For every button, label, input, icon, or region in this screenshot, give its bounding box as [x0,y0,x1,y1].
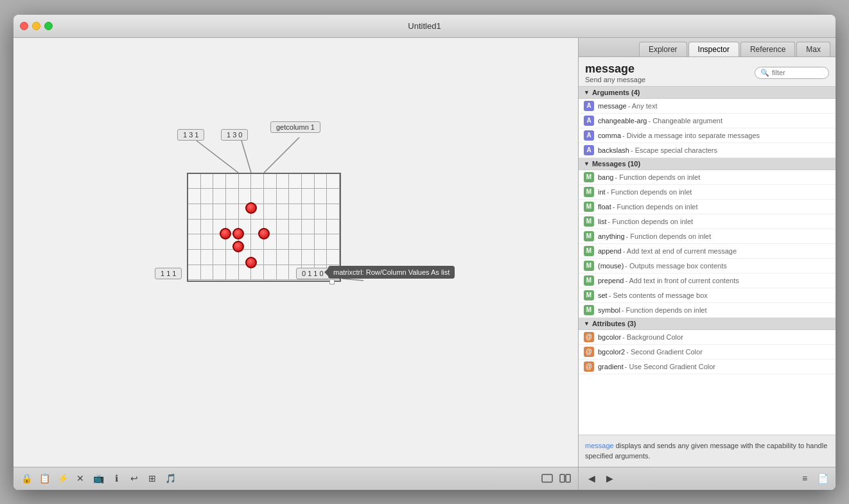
ref-item-name: prepend [598,277,624,284]
single-pane-icon[interactable] [539,471,555,486]
grid-cell [315,250,328,265]
grid-cell [277,204,290,220]
lock-icon[interactable]: 🔒 [19,471,34,486]
ref-item[interactable]: M append - Add text at end of current me… [579,244,836,259]
doc-icon[interactable]: 📄 [815,471,830,486]
grid-cell [315,189,328,204]
section-header-attributes[interactable]: ▼ Attributes (3) [579,318,836,330]
grid-cell [327,220,340,235]
node-111[interactable]: 1 1 1 [155,268,182,279]
section-header-arguments[interactable]: ▼ Arguments (4) [579,87,836,99]
tab-explorer[interactable]: Explorer [639,42,687,56]
ref-item[interactable]: M set - Sets contents of message box [579,288,836,303]
window-title: Untitled1 [408,21,441,31]
ref-item-desc: - Function depends on inlet [613,203,698,211]
copy-icon[interactable]: 📋 [37,471,52,486]
ref-item-desc: - Any text [628,102,658,110]
ref-badge: M [584,187,594,197]
ref-item[interactable]: A comma - Divide a message into separate… [579,128,836,143]
ref-item[interactable]: M bang - Function depends on inlet [579,170,836,185]
tab-reference[interactable]: Reference [740,42,795,56]
maximize-button[interactable] [44,22,53,30]
grid-cell [289,234,302,250]
grid-cell [226,250,239,265]
ref-item[interactable]: A changeable-arg - Changeable argument [579,114,836,128]
ref-item[interactable]: M list - Function depends on inlet [579,214,836,229]
svg-line-3 [342,279,363,281]
node-getcolumn[interactable]: getcolumn 1 [270,121,320,133]
grid-cell [277,174,290,189]
split-pane-icon[interactable] [557,471,573,486]
info-icon[interactable]: ℹ [109,471,124,486]
prev-icon[interactable]: ◀ [584,471,599,486]
ref-item-name: bang [598,173,613,181]
ref-item[interactable]: M symbol - Function depends on inlet [579,303,836,318]
grid-icon[interactable]: ⊞ [144,471,160,486]
ref-item[interactable]: M prepend - Add text in front of current… [579,274,836,288]
grid-cell [289,204,302,220]
grid-cell [213,265,226,281]
grid-cell [277,250,290,265]
ref-item[interactable]: @ bgcolor2 - Second Gradient Color [579,345,836,360]
node-130[interactable]: 1 3 0 [221,129,248,141]
ref-item[interactable]: @ bgcolor - Background Color [579,330,836,345]
ref-item[interactable]: M (mouse) - Outputs message box contents [579,259,836,274]
panel-subtitle: Send any message [585,76,645,83]
matrix-dot-2 [220,228,231,239]
filter-input-wrap[interactable]: 🔍 [755,67,829,79]
ref-item[interactable]: M float - Function depends on inlet [579,200,836,214]
svg-rect-6 [566,474,570,482]
ref-item-name: symbol [598,306,620,314]
grid-cell [327,204,340,220]
matrix-control[interactable]: // Will be generated by JS below [187,173,341,282]
grid-cell [213,250,226,265]
grid-cell [302,234,315,250]
grid-cell [226,204,239,220]
next-icon[interactable]: ▶ [602,471,617,486]
filter-input[interactable] [772,69,823,76]
ref-badge: M [584,231,594,241]
ref-badge: A [584,101,594,111]
grid-cell [315,220,328,235]
monitor-icon[interactable]: 📺 [91,471,106,486]
section-header-messages[interactable]: ▼ Messages (10) [579,158,836,170]
minimize-button[interactable] [32,22,40,30]
grid-cell [289,250,302,265]
ref-item[interactable]: A backslash - Escape special characters [579,143,836,158]
close-icon[interactable]: ✕ [73,471,88,486]
canvas-area[interactable]: 1 3 1 1 3 0 getcolumn 1 // Will be gener… [13,38,579,490]
footer-link[interactable]: message [585,442,614,449]
grid-cell [264,174,277,189]
close-button[interactable] [20,22,28,30]
ref-item-name: append [598,247,622,255]
list-view-icon[interactable]: ≡ [797,471,812,486]
svg-line-0 [197,141,238,173]
ref-badge: @ [584,332,594,342]
grid-cell [201,234,214,250]
music-icon[interactable]: 🎵 [162,471,178,486]
panel-title-area: message Send any message [585,62,645,83]
ref-badge: M [584,216,594,227]
grid-cell [302,174,315,189]
ref-item-name: int [598,188,606,196]
grid-cell [213,204,226,220]
node-131[interactable]: 1 3 1 [177,129,204,141]
ref-badge: @ [584,361,594,372]
grid-cell [277,265,290,281]
grid-cell [302,250,315,265]
canvas-toolbar: 🔒 📋 ⚡ ✕ 📺 ℹ ↩ ⊞ 🎵 [13,467,578,490]
grid-cell [188,265,201,281]
ref-item-desc: - Sets contents of message box [609,291,708,299]
tab-inspector[interactable]: Inspector [688,42,739,56]
grid-cell [315,234,328,250]
tab-max[interactable]: Max [796,42,830,56]
ref-badge: A [584,116,594,126]
ref-item[interactable]: @ gradient - Use Second Gradient Color [579,360,836,374]
ref-item-name: float [598,203,611,211]
ref-item[interactable]: A message - Any text [579,99,836,114]
undo-icon[interactable]: ↩ [127,471,142,486]
panel-content: ▼ Arguments (4) A message - Any text A c… [579,87,836,435]
ref-item[interactable]: M int - Function depends on inlet [579,185,836,200]
ref-item[interactable]: M anything - Function depends on inlet [579,229,836,244]
action-icon[interactable]: ⚡ [55,471,70,486]
